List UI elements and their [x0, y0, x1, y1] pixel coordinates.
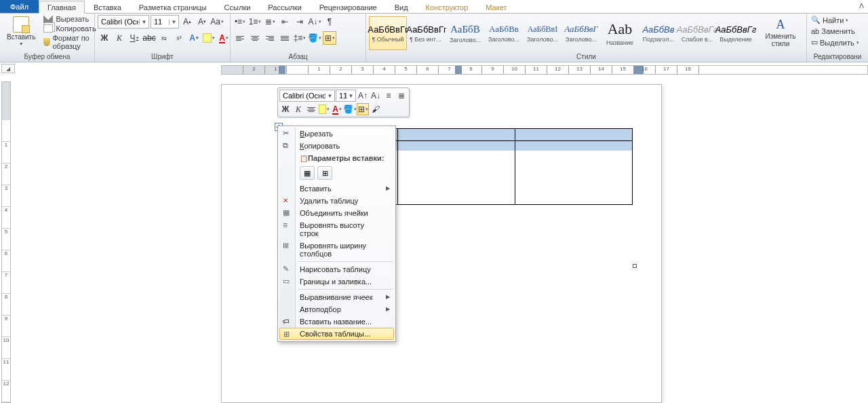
- mini-shrink-font[interactable]: A↓: [370, 90, 382, 102]
- style-item[interactable]: АаБбВвЗаголово...: [485, 16, 523, 50]
- mini-highlight[interactable]: [318, 103, 330, 115]
- tab-insert[interactable]: Вставка: [85, 1, 130, 13]
- ctx-autofit[interactable]: Автоподбор▶: [279, 303, 394, 315]
- horizontal-ruler[interactable]: 21 123456789101112131415161718: [221, 65, 868, 75]
- show-marks-button[interactable]: ¶: [323, 15, 336, 28]
- page[interactable]: ✥ Calibri (Основ▼ 11▼ A↑ A↓ ≡ ≣ Ж К A 🪣: [221, 84, 662, 403]
- ctx-draw-table[interactable]: Нарисовать таблицу: [279, 263, 394, 275]
- paste-opt-merge[interactable]: ⊞: [317, 166, 332, 180]
- mini-size-combo[interactable]: 11▼: [336, 90, 356, 102]
- mini-col-eq[interactable]: ≣: [395, 90, 408, 102]
- mini-borders[interactable]: ⊞: [357, 103, 369, 115]
- style-item[interactable]: АаБбВвГгВыделение: [717, 16, 755, 50]
- strike-button[interactable]: abc: [142, 31, 156, 45]
- tab-page-layout[interactable]: Разметка страницы: [130, 1, 216, 13]
- ctx-copy[interactable]: Копировать: [279, 140, 394, 152]
- style-item[interactable]: АаБбВвГг¶ Без инте...: [408, 16, 446, 50]
- cut-button[interactable]: Вырезать: [42, 15, 97, 23]
- align-right-button[interactable]: [263, 31, 277, 45]
- style-item[interactable]: АаБбВвПодзагол...: [639, 16, 677, 50]
- tab-table-layout[interactable]: Макет: [477, 1, 515, 13]
- shading-button[interactable]: 🪣: [308, 31, 321, 45]
- mini-shading[interactable]: 🪣: [344, 103, 356, 115]
- change-styles-button[interactable]: A Изменить стили: [757, 15, 804, 52]
- tab-file[interactable]: Файл: [0, 0, 39, 13]
- ctx-delete-table[interactable]: Удалить таблицу: [279, 195, 394, 207]
- ctx-distribute-rows[interactable]: Выровнять высоту строк: [279, 219, 394, 239]
- ctx-merge-cells[interactable]: Объединить ячейки: [279, 207, 394, 219]
- grow-font-button[interactable]: A▴: [180, 15, 194, 28]
- font-size-combo[interactable]: 11▼: [151, 15, 179, 28]
- align-left-button[interactable]: [233, 31, 247, 45]
- style-item[interactable]: АаБбВЗаголово...: [446, 16, 484, 50]
- style-item[interactable]: АаbНазвание: [601, 16, 639, 50]
- mini-font-color[interactable]: A: [331, 103, 343, 115]
- mini-bold[interactable]: Ж: [279, 103, 292, 115]
- paste-button[interactable]: Вставить ▼: [3, 15, 39, 47]
- decrease-indent-button[interactable]: ⇤: [278, 15, 292, 28]
- format-painter-button[interactable]: Формат по образцу: [42, 34, 97, 50]
- ctx-cell-alignment[interactable]: Выравнивание ячеек▶: [279, 291, 394, 303]
- select-button[interactable]: ▭Выделить▾: [810, 37, 861, 47]
- group-styles-label: Стили: [366, 52, 806, 62]
- bold-button[interactable]: Ж: [98, 31, 111, 45]
- mini-format-painter[interactable]: 🖌: [370, 103, 382, 115]
- tab-table-design[interactable]: Конструктор: [417, 1, 477, 13]
- line-spacing-button[interactable]: ‡≡: [293, 31, 307, 45]
- tab-review[interactable]: Рецензирование: [311, 1, 386, 13]
- font-name-combo[interactable]: Calibri (Осно▼: [98, 15, 149, 28]
- superscript-button[interactable]: x²: [172, 31, 186, 45]
- underline-button[interactable]: Ч: [127, 31, 141, 45]
- subscript-button[interactable]: x₂: [157, 31, 171, 45]
- ctx-insert[interactable]: Вставить▶: [279, 183, 394, 195]
- col-width-icon: [283, 241, 294, 250]
- borders-button[interactable]: ⊞: [323, 31, 336, 45]
- mini-italic[interactable]: К: [292, 103, 304, 115]
- ctx-borders-shading[interactable]: Границы и заливка...: [279, 275, 394, 288]
- style-item[interactable]: АаБбВвГгСлабое в...: [678, 16, 716, 50]
- chevron-right-icon: ▶: [386, 185, 390, 191]
- tab-view[interactable]: Вид: [386, 1, 417, 13]
- mini-row-eq[interactable]: ≡: [382, 90, 395, 102]
- sort-button[interactable]: A↓: [308, 15, 321, 28]
- align-justify-button[interactable]: [278, 31, 292, 45]
- style-item[interactable]: АаБбВвІЗаголово...: [524, 16, 561, 50]
- increase-indent-button[interactable]: ⇥: [293, 15, 307, 28]
- change-case-button[interactable]: Aa: [210, 15, 224, 28]
- copy-button[interactable]: Копировать: [42, 24, 97, 33]
- ctx-table-properties[interactable]: Свойства таблицы...: [279, 328, 394, 340]
- vertical-ruler[interactable]: 123456789101112: [1, 81, 11, 403]
- table-resize-handle[interactable]: [633, 264, 637, 268]
- style-item[interactable]: АаБбВвГЗаголово...: [562, 16, 600, 50]
- bullets-button[interactable]: •≡: [233, 15, 247, 28]
- ctx-copy-rest: опировать: [304, 142, 340, 150]
- find-button[interactable]: 🔍Найти▾: [810, 15, 850, 25]
- ribbon: Вставить ▼ Вырезать Копировать Формат по…: [0, 14, 868, 62]
- shrink-font-button[interactable]: A▾: [195, 15, 209, 28]
- align-center-button[interactable]: [248, 31, 262, 45]
- style-item[interactable]: АаБбВвГг¶ Обычный: [369, 16, 407, 50]
- text-effects-button[interactable]: A: [187, 31, 201, 45]
- replace-button[interactable]: abЗаменить: [810, 26, 856, 36]
- ruler-corner[interactable]: ◢: [1, 64, 15, 73]
- multilevel-button[interactable]: ≣: [263, 15, 277, 28]
- mini-grow-font[interactable]: A↑: [357, 90, 369, 102]
- tab-mailings[interactable]: Рассылки: [259, 1, 310, 13]
- tab-references[interactable]: Ссылки: [216, 1, 260, 13]
- font-color-button[interactable]: A: [217, 31, 231, 45]
- mini-font-combo[interactable]: Calibri (Основ▼: [279, 90, 335, 102]
- ctx-cut[interactable]: Вырезать: [279, 128, 394, 140]
- ctx-insert-caption[interactable]: Вставить название...: [279, 315, 394, 328]
- mini-align[interactable]: [305, 103, 317, 115]
- styles-gallery[interactable]: АаБбВвГг¶ ОбычныйАаБбВвГг¶ Без инте...Аа…: [369, 15, 755, 52]
- italic-button[interactable]: К: [113, 31, 126, 45]
- numbering-button[interactable]: 1≡: [248, 15, 262, 28]
- collapse-ribbon-icon[interactable]: ᐱ: [859, 2, 864, 9]
- paste-opt-nest[interactable]: ▦: [300, 166, 315, 180]
- ctx-distribute-cols[interactable]: Выровнять ширину столбцов: [279, 239, 394, 260]
- tab-home[interactable]: Главная: [39, 1, 85, 14]
- highlight-button[interactable]: [202, 31, 216, 45]
- properties-icon: [283, 330, 294, 339]
- change-styles-icon: A: [776, 18, 785, 32]
- ctx-cut-rest: ырезать: [304, 130, 333, 138]
